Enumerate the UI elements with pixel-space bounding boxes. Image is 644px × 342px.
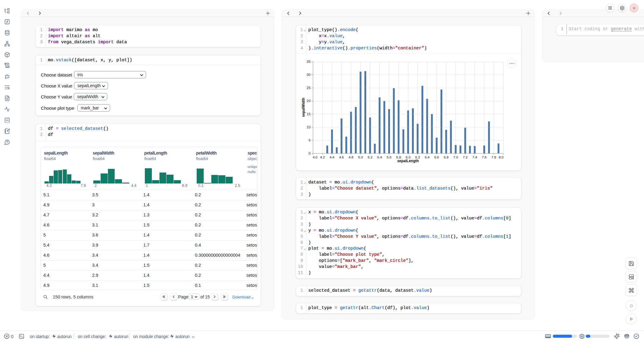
svg-text:4.6: 4.6: [339, 155, 344, 159]
svg-text:6.6: 6.6: [434, 155, 439, 159]
svg-text:0: 0: [309, 151, 310, 155]
svg-text:5.0: 5.0: [358, 155, 363, 159]
svg-text:7.4: 7.4: [472, 155, 477, 159]
svg-text:5.6: 5.6: [387, 155, 392, 159]
svg-text:7.8: 7.8: [491, 155, 496, 159]
svg-text:sepalLength: sepalLength: [397, 159, 419, 163]
svg-text:15: 15: [307, 112, 311, 116]
svg-text:7.0: 7.0: [453, 155, 458, 159]
svg-text:10: 10: [307, 125, 311, 129]
svg-text:7.2: 7.2: [463, 155, 468, 159]
svg-text:4.8: 4.8: [349, 155, 353, 159]
svg-text:5.4: 5.4: [377, 155, 382, 159]
svg-text:8.0: 8.0: [499, 155, 504, 159]
svg-text:6.8: 6.8: [444, 155, 449, 159]
svg-text:25: 25: [307, 86, 311, 90]
svg-text:5.2: 5.2: [368, 155, 373, 159]
svg-text:5: 5: [309, 138, 310, 142]
svg-text:4.0: 4.0: [313, 155, 317, 159]
svg-text:sepalWidth: sepalWidth: [301, 98, 306, 117]
svg-text:7.6: 7.6: [482, 155, 487, 159]
svg-text:20: 20: [307, 99, 311, 103]
svg-text:4.4: 4.4: [330, 155, 335, 159]
svg-text:6.4: 6.4: [425, 155, 430, 159]
svg-text:30: 30: [307, 73, 311, 77]
svg-text:35: 35: [307, 60, 311, 63]
svg-text:4.2: 4.2: [320, 155, 325, 159]
